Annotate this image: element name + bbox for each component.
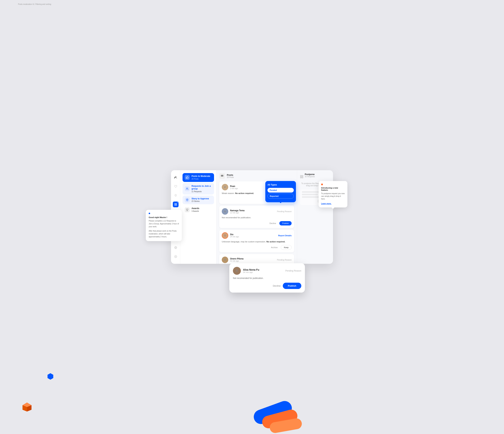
nav-title-posts: Posts to Moderate	[191, 175, 212, 178]
avatar-namaga: N	[222, 208, 228, 215]
sidebar-icon-logo[interactable]	[173, 175, 179, 180]
detail-card-meta: Aloa Nona Fu 54 min ago	[243, 268, 283, 273]
tooltip-body: To postpone request you now can simply d…	[321, 192, 345, 200]
feed-title: Posts	[227, 174, 234, 176]
siu-keep-button[interactable]: Keep	[281, 245, 292, 250]
nav-sub-posts: 20 Posts	[191, 178, 212, 180]
grid-icon-dot	[177, 202, 179, 203]
namaga-publish-button[interactable]: Publish	[279, 221, 292, 225]
welcome-greeting: Good night Maxim !	[149, 216, 179, 218]
svg-rect-35	[223, 176, 223, 177]
nav-text-requests: Requests to Join a group 11 Requests	[191, 185, 212, 193]
svg-rect-32	[223, 175, 223, 176]
nav-text-awards: Awards 3 Awards	[191, 207, 212, 212]
avatar-onero: O	[222, 257, 228, 263]
feed-item-siu-report[interactable]: Report Details	[278, 234, 292, 237]
nav-sub-requests: 11 Requests	[191, 190, 212, 193]
detail-decline-button[interactable]: Decline	[273, 284, 281, 287]
feed-item-siu-meta: Siu 24 min ago	[230, 233, 276, 238]
feed-item-siu-top: S Siu 24 min ago Report Details	[222, 232, 292, 239]
sidebar-icon-globe[interactable]	[173, 245, 179, 250]
feed-subtitle: 20 Posts	[227, 176, 234, 178]
svg-point-27	[187, 188, 187, 189]
welcome-dot	[149, 213, 150, 214]
detail-avatar: A	[233, 267, 241, 275]
filter-option-pended[interactable]: Pended	[268, 188, 294, 193]
nav-item-requests[interactable]: Requests to Join a group 11 Requests	[182, 183, 214, 195]
svg-rect-30	[221, 175, 222, 176]
nav-text-story: Story to Approve 23 Stories	[191, 197, 212, 203]
feed-header-icon	[219, 173, 225, 179]
detail-card: A Aloa Nona Fu 54 min ago Pending Reason…	[229, 263, 305, 292]
tooltip-dot	[321, 184, 323, 185]
feed-item-namaga-actions: Decline Publish	[222, 221, 292, 225]
detail-card-name: Aloa Nona Fu	[243, 268, 283, 271]
svg-rect-11	[175, 203, 176, 204]
left-panel: Posts to Moderate 20 Posts Requests to J…	[180, 170, 216, 264]
svg-rect-12	[176, 203, 177, 204]
feed-item-namaga-top: N Namaga Tema 12 min ago Pending Reason	[222, 208, 292, 215]
feed-header-text: Posts 20 Posts	[227, 174, 234, 178]
svg-rect-37	[302, 175, 303, 176]
svg-rect-13	[176, 204, 177, 205]
postpone-header: Postpone 35 Requests	[300, 173, 330, 180]
svg-point-10	[175, 195, 176, 195]
story-icon	[185, 197, 190, 203]
ghost-line-2	[302, 194, 318, 195]
feed-item-onero-name: Onero Pilona	[230, 257, 275, 260]
siu-archive-button[interactable]: Archive	[269, 245, 279, 249]
sidebar-icon-location[interactable]	[173, 193, 179, 198]
filter-drop-indicator	[280, 202, 281, 203]
requests-icon	[185, 186, 190, 191]
svg-point-28	[187, 199, 188, 200]
nav-item-awards[interactable]: Awards 3 Awards	[182, 205, 214, 214]
detail-card-time: 54 min ago	[243, 271, 283, 273]
svg-rect-14	[175, 204, 176, 205]
svg-rect-31	[222, 175, 223, 176]
feed-item-namaga-time: 12 min ago	[230, 212, 275, 214]
postpone-header-text: Postpone 35 Requests	[305, 173, 315, 180]
nav-title-requests: Requests to Join a group	[191, 185, 212, 190]
filter-title: All Types	[268, 184, 294, 186]
detail-publish-button[interactable]: Publish	[283, 283, 301, 289]
feed-item-onero-top: O Onero Pilona 42 min ago Pending Reason	[222, 257, 292, 263]
tooltip-tail	[332, 207, 334, 209]
welcome-card: Good night Maxim ! Please complete a 12 …	[146, 210, 182, 241]
feed-item-siu-actions: Archive Keep	[222, 245, 292, 250]
deco-blue-hex	[47, 373, 54, 380]
namaga-decline-button[interactable]: Decline	[268, 221, 278, 225]
svg-rect-39	[302, 177, 303, 178]
detail-card-body: Not recomended for publication.	[233, 276, 301, 280]
feed-item-siu-time: 24 min ago	[230, 236, 276, 238]
svg-point-9	[174, 177, 175, 178]
welcome-para-2: After that please work on the Posts mode…	[149, 230, 179, 238]
page-label: Posts moderation UI. Filtering and sorti…	[18, 3, 51, 5]
tooltip-title: Introducing a new feature.	[321, 187, 345, 191]
svg-rect-33	[221, 176, 222, 177]
posts-to-moderate-icon	[185, 175, 190, 180]
avatar-siu: S	[222, 232, 228, 239]
nav-sub-story: 23 Stories	[191, 200, 212, 203]
nav-sub-awards: 3 Awards	[191, 210, 212, 212]
detail-card-pending: Pending Reason	[285, 270, 301, 272]
feed-item-namaga-name: Namaga Tema	[230, 209, 275, 212]
sidebar-icon-heart[interactable]	[173, 184, 179, 189]
svg-marker-7	[47, 373, 53, 380]
feed-item-onero: O Onero Pilona 42 min ago Pending Reason…	[219, 254, 294, 264]
postpone-subtitle: 35 Requests	[305, 176, 315, 177]
filter-option-reported[interactable]: Reported	[268, 194, 294, 199]
svg-point-26	[175, 256, 176, 257]
avatar-pean: P	[222, 184, 228, 190]
tooltip-learn-more-link[interactable]: Learn more.	[321, 203, 331, 204]
svg-rect-34	[222, 176, 223, 177]
nav-item-posts-to-moderate[interactable]: Posts to Moderate 20 Posts	[182, 173, 214, 182]
tooltip-card: Introducing a new feature. To postpone r…	[319, 181, 347, 207]
nav-text-posts: Posts to Moderate 20 Posts	[191, 175, 212, 180]
feed-item-namaga-pending: Pending Reason	[277, 210, 292, 213]
filter-panel: All Types Pended Reported	[265, 181, 296, 202]
nav-item-story[interactable]: Story to Approve 23 Stories	[182, 195, 214, 204]
welcome-para-1: Please complete a 12 Requests to Join a …	[149, 220, 179, 228]
sidebar-icon-grid[interactable]	[173, 202, 179, 207]
nav-title-awards: Awards	[191, 207, 212, 210]
sidebar-icon-settings[interactable]	[173, 254, 179, 259]
